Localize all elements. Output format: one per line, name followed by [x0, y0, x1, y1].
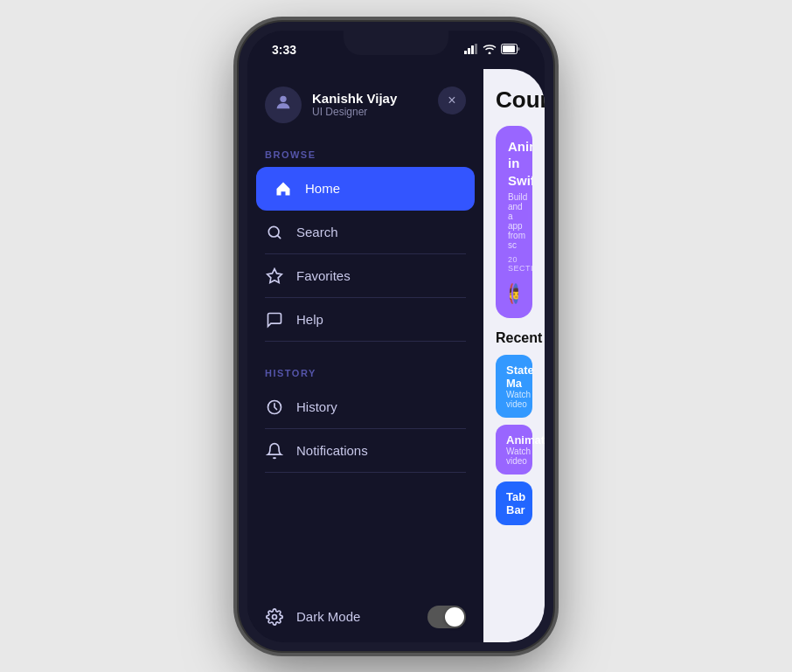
recent-card-3-title: Tab Bar [506, 490, 522, 516]
recent-card-3[interactable]: Tab Bar [496, 481, 532, 525]
spacer3 [247, 490, 483, 508]
user-profile: Kanishk Vijay UI Designer × [247, 69, 483, 141]
recent-card-1-title: State Ma [506, 364, 522, 390]
svg-point-10 [273, 614, 277, 619]
svg-rect-2 [471, 45, 474, 54]
search-label: Search [296, 225, 338, 239]
sidebar-item-help[interactable]: Help [247, 298, 483, 342]
history-label: History [296, 399, 337, 414]
course-avatars: 👩 👨 [508, 281, 520, 306]
favorites-label: Favorites [296, 268, 351, 283]
main-title: Courses [496, 87, 532, 114]
phone-screen: 3:33 [247, 31, 545, 642]
wifi-icon [483, 44, 497, 56]
history-section-label: HISTORY [247, 359, 483, 385]
status-time: 3:33 [272, 43, 296, 57]
svg-point-6 [280, 96, 286, 102]
recent-section-title: Recent [496, 330, 532, 346]
recent-card-1[interactable]: State Ma Watch video [496, 355, 532, 418]
dark-mode-row: Dark Mode [247, 592, 483, 642]
help-icon [265, 310, 284, 329]
home-icon [274, 179, 293, 198]
notch [344, 31, 448, 55]
svg-rect-0 [464, 51, 467, 54]
status-bar: 3:33 [247, 31, 545, 69]
course-card-title: Animat in Swift [508, 138, 520, 190]
browse-section-label: BROWSE [247, 141, 483, 167]
main-panel: Courses Animat in Swift Build and a app … [483, 69, 545, 642]
main-inner: Courses Animat in Swift Build and a app … [483, 69, 545, 642]
svg-rect-1 [468, 48, 470, 54]
avatar-icon [274, 93, 293, 116]
sidebar-item-favorites[interactable]: Favorites [247, 254, 483, 298]
toggle-knob [445, 607, 464, 627]
help-label: Help [296, 312, 323, 327]
featured-course-card[interactable]: Animat in Swift Build and a app from sc … [496, 126, 532, 319]
dark-mode-label: Dark Mode [296, 609, 415, 624]
recent-card-2-title: Animate [506, 433, 522, 447]
recent-card-1-sub: Watch video [506, 390, 522, 409]
close-button[interactable]: × [438, 87, 466, 114]
course-card-sections: 20 SECTIONS [508, 255, 520, 273]
clock-icon [265, 398, 284, 417]
home-label: Home [305, 181, 340, 196]
sidebar-item-history[interactable]: History [247, 385, 483, 429]
course-card-sub: Build and a app from sc [508, 192, 520, 250]
gear-icon [265, 607, 284, 627]
sidebar-item-notifications[interactable]: Notifications [247, 429, 483, 473]
recent-card-2-sub: Watch video [506, 447, 522, 466]
notifications-label: Notifications [296, 443, 368, 458]
phone-frame: 3:33 [239, 22, 553, 651]
svg-marker-8 [267, 268, 282, 282]
close-icon: × [448, 94, 455, 107]
battery-icon [501, 44, 520, 56]
star-icon [265, 267, 284, 286]
spacer2 [247, 473, 483, 490]
sidebar-item-search[interactable]: Search [247, 211, 483, 254]
search-icon [265, 223, 284, 242]
recent-card-2[interactable]: Animate Watch video [496, 425, 532, 475]
signal-icon [464, 44, 478, 56]
spacer [247, 342, 483, 359]
avatar [265, 87, 302, 123]
status-icons [464, 44, 520, 56]
screen-content: Kanishk Vijay UI Designer × BROWSE [247, 69, 545, 642]
avatar-2: 👨 [511, 281, 520, 306]
svg-rect-3 [475, 44, 477, 54]
bell-icon [265, 441, 284, 461]
sidebar: Kanishk Vijay UI Designer × BROWSE [247, 69, 483, 642]
dark-mode-toggle[interactable] [427, 606, 466, 628]
svg-rect-5 [503, 45, 515, 52]
sidebar-item-home[interactable]: Home [256, 167, 475, 211]
